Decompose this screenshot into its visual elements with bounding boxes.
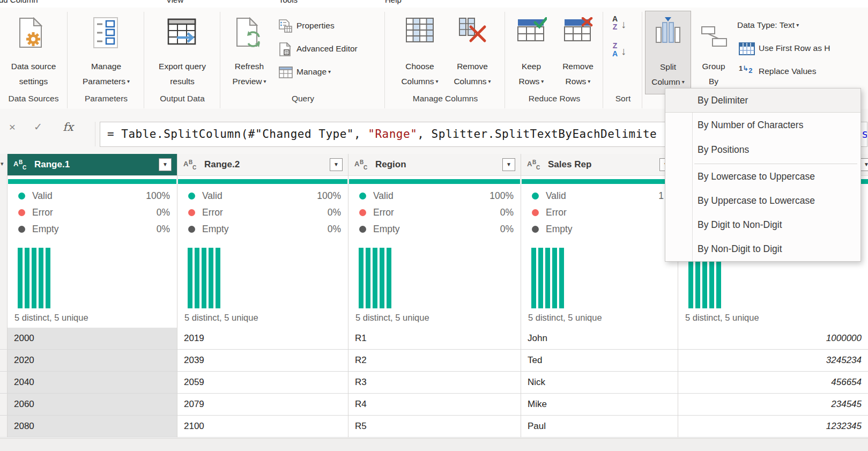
group-separator [144, 12, 144, 108]
column-name: Range.1 [34, 154, 70, 175]
table-cell[interactable]: 456654 [678, 372, 868, 394]
menu-item-by-digit-to-non-digit[interactable]: By Digit to Non-Digit [665, 213, 860, 237]
table-cell[interactable]: R5 [348, 416, 521, 438]
document-gear-icon [18, 17, 44, 50]
distinct-unique-label: 5 distinct, 5 unique [184, 311, 258, 324]
commit-formula-icon[interactable]: ✓ [30, 121, 46, 133]
button-label: Remove [447, 58, 498, 74]
ribbon-group-manage-columns: Manage Columns [386, 92, 505, 105]
manage-query-button[interactable]: Manage▾ [279, 64, 386, 80]
sort-descending-button[interactable]: Z A ↓ [610, 42, 634, 66]
dropdown-caret-icon: ▾ [682, 79, 685, 85]
group-by-button[interactable]: Group By [694, 11, 733, 92]
table-cell[interactable]: R1 [348, 328, 521, 350]
cancel-formula-icon[interactable]: × [4, 121, 20, 134]
button-label: Refresh [221, 58, 277, 74]
column-name: Range.2 [204, 154, 240, 175]
menu-item-by-lowercase-to-uppercase[interactable]: By Lowercase to Uppercase [665, 165, 860, 189]
formula-separator [95, 122, 95, 146]
row-gutter[interactable]: ▾ [0, 154, 8, 438]
column-quality-bar [349, 179, 520, 184]
filter-button[interactable]: ▼ [330, 158, 343, 171]
export-query-results-button[interactable]: Export query results [145, 11, 220, 92]
button-label: Remove [555, 58, 600, 74]
down-arrow-icon: ↓ [621, 18, 626, 31]
data-type-button[interactable]: Data Type: Text▾ [737, 17, 868, 33]
table-cell[interactable]: John [521, 328, 678, 350]
svg-text:A: A [527, 160, 532, 168]
svg-text:C: C [192, 165, 196, 171]
data-source-settings-button[interactable]: Data source settings [0, 11, 67, 92]
table-cell[interactable]: 2039 [177, 350, 348, 372]
split-column-button[interactable]: Split Column▾ [645, 11, 691, 94]
table-cell[interactable]: R2 [348, 350, 521, 372]
menu-tab-help[interactable]: Help [385, 0, 402, 4]
table-cell[interactable]: Ted [521, 350, 678, 372]
column-quality-bar [178, 179, 347, 184]
formula-code: , Splitter.SplitTextByEachDelimite [417, 128, 657, 141]
valid-dot-icon [188, 193, 195, 199]
table-cell[interactable]: R4 [348, 394, 521, 416]
ribbon-group-reduce-rows: Reduce Rows [506, 92, 603, 105]
split-column-icon [654, 16, 682, 46]
menu-tab-add-column[interactable]: Add Column [0, 0, 38, 4]
column-header-sales-rep[interactable]: A B C Sales Rep ▼ [521, 154, 678, 176]
table-cell[interactable]: 2100 [177, 416, 348, 438]
filter-button[interactable]: ▼ [502, 158, 515, 171]
table-cell[interactable]: 3245234 [678, 350, 868, 372]
menu-tab-tools[interactable]: Tools [279, 0, 298, 4]
column-region: A B C Region ▼ Valid100% Error0% Empty0%… [348, 154, 521, 438]
table-cell[interactable]: 2040 [8, 372, 177, 394]
filter-button[interactable]: ▼ [159, 158, 172, 171]
filter-button[interactable]: ▼ [860, 158, 868, 171]
column-header-range-2[interactable]: A B C Range.2 ▼ [177, 154, 348, 176]
menu-item-by-uppercase-to-lowercase[interactable]: By Uppercase to Lowercase [665, 189, 860, 213]
menu-tab-view[interactable]: View [166, 0, 183, 4]
column-header-range-1[interactable]: A B C Range.1 ▼ [8, 154, 177, 176]
table-cell[interactable]: 234545 [678, 394, 868, 416]
table-cell[interactable]: 2060 [8, 394, 177, 416]
menu-item-by-positions[interactable]: By Positions [665, 138, 860, 162]
fx-icon[interactable]: fx [60, 121, 76, 134]
table-cell[interactable]: 2079 [177, 394, 348, 416]
formula-string-literal: "Range" [368, 128, 417, 141]
valid-dot-icon [532, 193, 539, 199]
button-label: Rows▾ [510, 73, 552, 89]
menu-item-by-number-of-characters[interactable]: By Number of Characters [665, 113, 860, 137]
split-column-menu: By Delimiter By Number of Characters By … [665, 88, 861, 262]
advanced-editor-button[interactable]: Advanced Editor [279, 41, 386, 57]
table-cell[interactable]: 2059 [177, 372, 348, 394]
table-cell[interactable]: R3 [348, 372, 521, 394]
replace-values-button[interactable]: 1↳2 Replace Values [737, 63, 868, 79]
properties-button[interactable]: Properties [279, 18, 386, 34]
keep-rows-button[interactable]: Keep Rows▾ [510, 11, 552, 92]
remove-columns-button[interactable]: Remove Columns▾ [447, 11, 498, 92]
button-label: Manage [69, 58, 144, 74]
refresh-preview-button[interactable]: Refresh Preview▾ [221, 11, 277, 92]
remove-rows-button[interactable]: Remove Rows▾ [555, 11, 600, 92]
table-cell[interactable]: 1232345 [678, 416, 868, 438]
svg-text:A: A [183, 160, 189, 168]
replace-values-icon: 1↳2 [739, 64, 757, 78]
menu-item-by-delimiter[interactable]: By Delimiter [665, 88, 860, 113]
use-first-row-button[interactable]: Use First Row as H [737, 40, 868, 56]
sort-ascending-button[interactable]: A Z ↓ [610, 15, 634, 40]
choose-columns-button[interactable]: Choose Columns▾ [395, 11, 444, 92]
ribbon-group-parameters: Parameters [69, 92, 144, 105]
ribbon-group-sort: Sort [604, 92, 642, 105]
column-header-region[interactable]: A B C Region ▼ [348, 154, 521, 176]
table-cell[interactable]: 2020 [8, 350, 177, 372]
table-cell[interactable]: 2000 [8, 328, 177, 350]
table-cell[interactable]: Paul [521, 416, 678, 438]
table-cell[interactable]: Nick [521, 372, 678, 394]
stat-valid: Valid1 [521, 188, 678, 204]
stat-empty: Empty0% [177, 221, 348, 238]
button-label: Preview▾ [221, 73, 277, 89]
table-cell[interactable]: 2080 [8, 416, 177, 438]
svg-text:C: C [536, 165, 540, 171]
table-cell[interactable]: 1000000 [678, 328, 868, 350]
menu-item-by-non-digit-to-digit[interactable]: By Non-Digit to Digit [665, 237, 860, 261]
table-cell[interactable]: 2019 [177, 328, 348, 350]
table-cell[interactable]: Mike [521, 394, 678, 416]
manage-parameters-button[interactable]: Manage Parameters▾ [69, 11, 144, 92]
